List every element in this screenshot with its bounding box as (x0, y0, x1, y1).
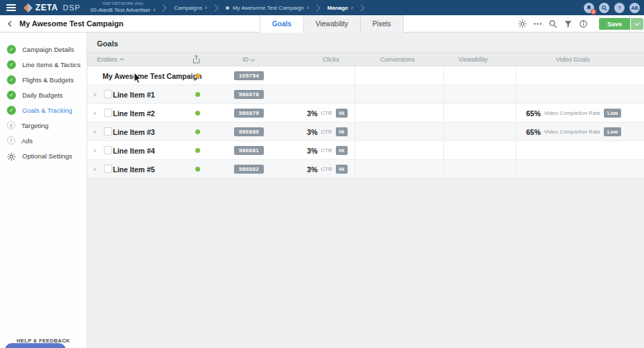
video-goal-priority-badge: Low (604, 109, 621, 118)
notifications-button[interactable]: 2 (584, 3, 594, 13)
column-viewability[interactable]: Viewability (458, 56, 488, 63)
export-button[interactable] (193, 55, 200, 64)
zeta-dsp-app: ZETA DSP DSP NETWORK (NA) 00-AlexB Test … (0, 0, 644, 348)
row-checkbox[interactable] (104, 109, 112, 117)
save-dropdown-button[interactable] (631, 18, 643, 30)
column-divider (355, 66, 355, 178)
sidebar-item-optional-settings[interactable]: Optional Settings (0, 148, 87, 163)
breadcrumb-separator-icon (313, 4, 320, 11)
sidebar-item-ads[interactable]: 7 Ads (0, 133, 87, 148)
help-button[interactable]: ? (614, 3, 625, 13)
video-goal: 65% Video Completion Rate Low (526, 104, 621, 122)
video-goal-value: 65% (526, 128, 541, 136)
entity-name[interactable]: Line Item #2 (113, 109, 155, 118)
sort-desc-icon (250, 57, 255, 62)
row-checkbox[interactable] (104, 165, 112, 173)
global-search-button[interactable] (599, 3, 609, 13)
sidebar-item-flights-budgets[interactable]: ✓ Flights & Budgets (0, 72, 87, 87)
table-row[interactable]: › Line Item #4 586881 3% CTR Hi (87, 141, 644, 160)
check-circle-icon: ✓ (7, 75, 16, 84)
settings-gear-button[interactable] (517, 19, 528, 29)
breadcrumb-network-label: DSP NETWORK (NA) (102, 1, 143, 6)
table-row[interactable]: › Line Item #5 586882 3% CTR Hi (87, 160, 644, 178)
campaign-status-dot-icon (226, 6, 229, 10)
breadcrumb-campaign[interactable]: My Awesome Test Campaign› (222, 4, 313, 11)
row-checkbox[interactable] (104, 90, 112, 98)
back-button[interactable] (6, 19, 16, 29)
sidebar-item-campaign-details[interactable]: ✓ Campaign Details (0, 42, 87, 57)
zeta-dsp-logo[interactable]: ZETA DSP (21, 3, 86, 12)
sort-asc-icon (119, 57, 124, 62)
notification-pill[interactable] (5, 343, 66, 348)
more-options-button[interactable] (533, 19, 543, 29)
clicks-goal-priority-badge: Hi (336, 146, 348, 155)
check-circle-icon: ✓ (7, 106, 16, 115)
status-dot-icon (195, 92, 200, 97)
expand-chevron-icon[interactable]: › (93, 109, 102, 117)
video-goal-value: 65% (526, 109, 541, 118)
table-row[interactable]: › Line Item #3 586880 3% CTR Hi 65% Vide… (87, 122, 644, 141)
column-video-goals[interactable]: Video Goals (556, 56, 590, 63)
brand-name: ZETA (35, 3, 58, 12)
hamburger-menu-button[interactable] (0, 0, 21, 15)
column-entities[interactable]: Entities (97, 56, 124, 63)
table-row[interactable]: › Line Item #1 586878 (87, 85, 644, 104)
entity-name[interactable]: My Awesome Test Campaign (102, 72, 202, 80)
goals-panel: Goals Entities ID Clicks Conversions Vie… (87, 33, 644, 348)
topbar: ZETA DSP DSP NETWORK (NA) 00-AlexB Test … (0, 0, 644, 15)
tab-bar: Goals Viewability Pixels (260, 15, 404, 33)
clicks-goal: 3% CTR Hi (307, 160, 348, 178)
clicks-goal-metric: CTR (321, 166, 332, 172)
column-conversions[interactable]: Conversions (380, 56, 415, 63)
tab-pixels[interactable]: Pixels (360, 15, 404, 33)
expand-chevron-icon[interactable]: › (93, 127, 102, 136)
column-divider (516, 66, 517, 178)
save-button[interactable]: Save (599, 18, 630, 30)
entity-name[interactable]: Line Item #1 (113, 91, 155, 99)
section-title: Goals (97, 39, 118, 48)
tab-goals[interactable]: Goals (260, 15, 303, 33)
sidebar-item-targeting[interactable]: 6 Targeting (0, 118, 87, 133)
clicks-goal-value: 3% (307, 128, 317, 136)
search-button[interactable] (548, 19, 558, 29)
chevron-right-icon: › (307, 4, 309, 11)
row-checkbox[interactable] (104, 146, 112, 154)
breadcrumb: DSP NETWORK (NA) 00-AlexB Test Advertise… (86, 0, 367, 15)
table-row[interactable]: My Awesome Test Campaign 195754 (87, 66, 644, 85)
row-checkbox[interactable] (104, 127, 112, 136)
breadcrumb-manage[interactable]: Manage› (323, 4, 357, 11)
clicks-goal: 3% CTR Hi (307, 122, 348, 141)
entity-name[interactable]: Line Item #5 (113, 165, 155, 174)
chevron-right-icon: › (351, 4, 353, 11)
entity-id-badge: 586881 (234, 146, 264, 155)
status-dot-icon (195, 111, 200, 116)
breadcrumb-advertiser[interactable]: DSP NETWORK (NA) 00-AlexB Test Advertise… (86, 1, 159, 13)
share-export-icon (193, 55, 200, 64)
table-row[interactable]: › Line Item #2 586879 3% CTR Hi 65% Vide… (87, 104, 644, 122)
save-split-button: Save (599, 18, 643, 30)
step-number-icon: 7 (7, 136, 15, 145)
column-clicks[interactable]: Clicks (323, 56, 339, 63)
sidebar-item-line-items-tactics[interactable]: ✓ Line Items & Tactics (0, 57, 87, 72)
status-dot-icon (195, 148, 200, 153)
sidebar-item-goals-tracking[interactable]: ✓ Goals & Tracking (0, 102, 87, 118)
entity-name[interactable]: Line Item #3 (113, 128, 155, 136)
breadcrumb-campaigns[interactable]: Campaigns› (170, 4, 211, 11)
sidebar-item-daily-budgets[interactable]: ✓ Daily Budgets (0, 87, 87, 102)
avatar[interactable]: AB (629, 3, 640, 13)
zeta-diamond-icon (24, 3, 33, 12)
filter-button[interactable] (563, 19, 573, 29)
entity-name[interactable]: Line Item #4 (113, 147, 155, 155)
video-goal-metric: Video Completion Rate (544, 110, 600, 116)
column-id[interactable]: ID (242, 56, 255, 63)
tab-viewability[interactable]: Viewability (303, 15, 360, 33)
clicks-goal: 3% CTR Hi (307, 104, 348, 122)
check-circle-icon: ✓ (7, 45, 16, 54)
step-number-icon: 6 (7, 121, 15, 129)
info-button[interactable] (578, 19, 589, 29)
table-body: My Awesome Test Campaign 195754 › Line I… (87, 66, 644, 178)
table-header: Entities ID Clicks Conversions Viewabili… (87, 52, 644, 66)
expand-chevron-icon[interactable]: › (93, 165, 102, 173)
expand-chevron-icon[interactable]: › (93, 146, 102, 154)
expand-chevron-icon[interactable]: › (93, 90, 102, 98)
